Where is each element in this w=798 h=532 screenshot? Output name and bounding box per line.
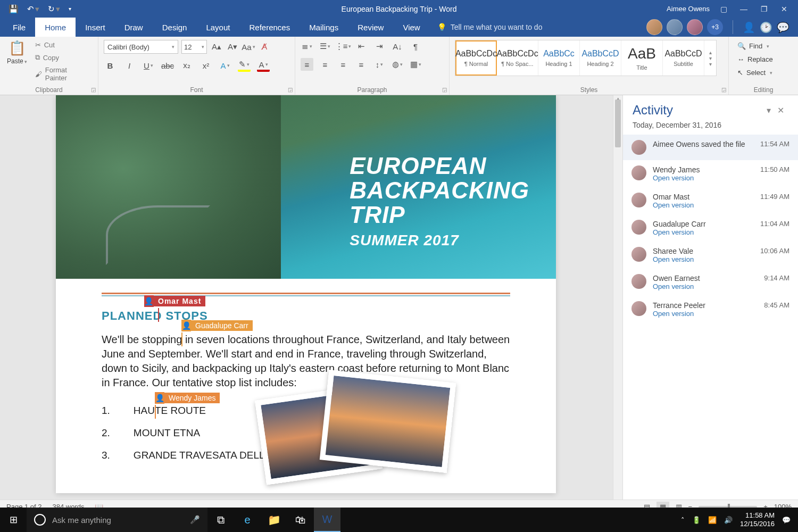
decrease-indent-icon[interactable]: ⇤ xyxy=(355,40,368,53)
line-spacing-icon[interactable]: ↕▾ xyxy=(373,58,386,71)
style-normal[interactable]: AaBbCcDc¶ Normal xyxy=(455,40,497,76)
tab-draw[interactable]: Draw xyxy=(115,18,153,37)
grow-font-icon[interactable]: A▴ xyxy=(210,40,223,53)
collaborator-avatar-3[interactable] xyxy=(687,19,703,35)
find-button[interactable]: 🔍Find▾ xyxy=(734,40,772,52)
clock[interactable]: 11:58 AM 12/15/2016 xyxy=(740,511,775,528)
collaborator-avatar-2[interactable] xyxy=(667,19,683,35)
sort-icon[interactable]: A↓ xyxy=(391,40,404,53)
activity-item[interactable]: Sharee ValeOpen version 10:06 AM xyxy=(623,242,798,269)
highlight-icon[interactable]: ✎▾ xyxy=(238,59,251,72)
wifi-icon[interactable]: 📶 xyxy=(708,516,717,524)
shrink-font-icon[interactable]: A▾ xyxy=(226,40,239,53)
maximize-icon[interactable]: ❐ xyxy=(758,5,770,13)
share-icon[interactable]: 👤 xyxy=(743,21,755,34)
presence-flag-wendy[interactable]: 👤Wendy James xyxy=(155,392,220,404)
subscript-icon[interactable]: x₂ xyxy=(180,59,193,72)
shading-icon[interactable]: ◍▾ xyxy=(391,58,404,71)
styles-gallery[interactable]: AaBbCcDc¶ Normal AaBbCcDc¶ No Spac... Aa… xyxy=(455,40,717,76)
save-icon[interactable]: 💾 xyxy=(9,4,19,14)
strike-icon[interactable]: abc xyxy=(161,59,174,72)
tab-layout[interactable]: Layout xyxy=(196,18,239,37)
text-effects-icon[interactable]: A▾ xyxy=(219,59,231,72)
open-version-link[interactable]: Open version xyxy=(653,255,754,263)
style-heading1[interactable]: AaBbCcHeading 1 xyxy=(538,40,580,76)
mic-icon[interactable]: 🎤 xyxy=(190,515,200,525)
cortana-search[interactable]: Ask me anything 🎤 xyxy=(27,508,207,532)
comments-icon[interactable]: 💬 xyxy=(777,21,789,34)
cut-button[interactable]: ✂Cut xyxy=(33,40,93,50)
tab-file[interactable]: File xyxy=(3,18,35,37)
bold-icon[interactable]: B xyxy=(104,59,117,72)
style-heading2[interactable]: AaBbCcDHeading 2 xyxy=(580,40,621,76)
italic-icon[interactable]: I xyxy=(123,59,136,72)
tab-review[interactable]: Review xyxy=(348,18,393,37)
explorer-icon[interactable]: 📁 xyxy=(261,508,287,532)
activity-item[interactable]: Terrance PeelerOpen version 8:45 AM xyxy=(623,296,798,323)
collaborator-more-badge[interactable]: +3 xyxy=(707,19,723,35)
activity-dropdown-icon[interactable]: ▾ xyxy=(764,103,773,118)
style-subtitle[interactable]: AaBbCcDSubtitle xyxy=(663,40,704,76)
document-area[interactable]: EUROPEANBACKPACKINGTRIP SUMMER 2017 PLAN… xyxy=(0,95,622,516)
tab-references[interactable]: References xyxy=(239,18,300,37)
tab-mailings[interactable]: Mailings xyxy=(300,18,348,37)
replace-button[interactable]: ↔Replace xyxy=(734,53,776,65)
battery-icon[interactable]: 🔋 xyxy=(692,516,701,524)
user-name[interactable]: Aimee Owens xyxy=(667,5,710,13)
notifications-icon[interactable]: 💬 xyxy=(782,516,791,524)
store-icon[interactable]: 🛍 xyxy=(287,508,314,532)
activity-item[interactable]: Wendy JamesOpen version 11:50 AM xyxy=(623,160,798,187)
style-nospacing[interactable]: AaBbCcDc¶ No Spac... xyxy=(497,40,538,76)
increase-indent-icon[interactable]: ⇥ xyxy=(373,40,386,53)
tray-expand-icon[interactable]: ˄ xyxy=(681,516,685,524)
open-version-link[interactable]: Open version xyxy=(653,310,758,318)
show-marks-icon[interactable]: ¶ xyxy=(409,40,422,53)
select-button[interactable]: ↖Select▾ xyxy=(734,66,776,79)
task-view-icon[interactable]: ⧉ xyxy=(207,508,234,532)
open-version-link[interactable]: Open version xyxy=(653,228,754,236)
activity-item[interactable]: Omar MastOpen version 11:49 AM xyxy=(623,187,798,214)
edge-icon[interactable]: e xyxy=(234,508,261,532)
clipboard-launcher-icon[interactable]: ◲ xyxy=(91,87,96,93)
tab-view[interactable]: View xyxy=(393,18,429,37)
copy-button[interactable]: ⧉Copy xyxy=(33,52,93,63)
tab-insert[interactable]: Insert xyxy=(76,18,115,37)
start-button[interactable]: ⊞ xyxy=(0,514,27,526)
underline-icon[interactable]: U▾ xyxy=(142,59,155,72)
qat-more-icon[interactable]: ▾ xyxy=(69,6,71,12)
font-launcher-icon[interactable]: ◲ xyxy=(288,87,293,93)
scrollbar-thumb[interactable] xyxy=(615,99,621,147)
font-size-dropdown[interactable]: 12▾ xyxy=(181,40,207,54)
close-icon[interactable]: ✕ xyxy=(778,5,791,13)
format-painter-button[interactable]: 🖌Format Painter xyxy=(33,65,93,83)
activity-close-icon[interactable]: ✕ xyxy=(773,103,788,118)
activity-item[interactable]: Owen EarnestOpen version 9:14 AM xyxy=(623,269,798,296)
open-version-link[interactable]: Open version xyxy=(653,201,754,209)
superscript-icon[interactable]: x² xyxy=(200,59,212,72)
font-name-dropdown[interactable]: Calibri (Body)▾ xyxy=(104,40,178,54)
numbering-icon[interactable]: ☰▾ xyxy=(319,40,331,53)
clear-format-icon[interactable]: A̸ xyxy=(258,40,271,53)
presence-flag-guadalupe[interactable]: 👤Guadalupe Carr xyxy=(181,320,253,331)
minimize-icon[interactable]: — xyxy=(737,5,750,13)
history-icon[interactable]: 🕑 xyxy=(760,21,772,34)
align-left-icon[interactable]: ≡ xyxy=(301,58,313,71)
styles-launcher-icon[interactable]: ◲ xyxy=(721,87,726,93)
tab-home[interactable]: Home xyxy=(35,18,76,37)
change-case-icon[interactable]: Aa▾ xyxy=(242,40,255,53)
vertical-scrollbar[interactable]: ▴ ▾ xyxy=(613,95,622,516)
word-icon[interactable]: W xyxy=(314,508,340,532)
tab-design[interactable]: Design xyxy=(153,18,197,37)
undo-icon[interactable]: ↶▾ xyxy=(27,4,39,14)
align-center-icon[interactable]: ≡ xyxy=(319,58,331,71)
style-title[interactable]: AaBTitle xyxy=(621,40,663,76)
tell-me[interactable]: 💡 Tell me what you want to do xyxy=(430,18,550,37)
ribbon-display-icon[interactable]: ▢ xyxy=(717,5,730,13)
activity-item[interactable]: Guadalupe CarrOpen version 11:04 AM xyxy=(623,214,798,242)
align-right-icon[interactable]: ≡ xyxy=(337,58,350,71)
open-version-link[interactable]: Open version xyxy=(653,282,758,290)
font-color-icon[interactable]: A▾ xyxy=(257,59,270,72)
repeat-icon[interactable]: ↻▾ xyxy=(48,4,60,14)
justify-icon[interactable]: ≡ xyxy=(355,58,368,71)
paragraph-launcher-icon[interactable]: ◲ xyxy=(442,87,447,93)
